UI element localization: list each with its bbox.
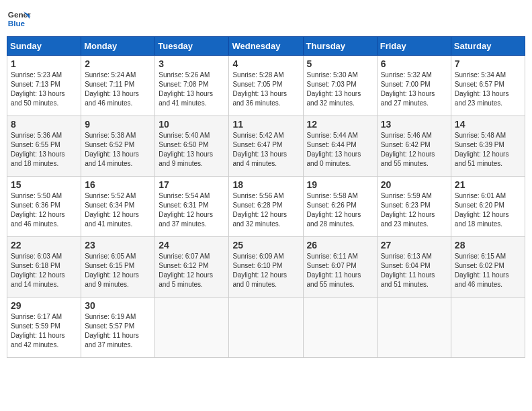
calendar-cell bbox=[155, 298, 229, 358]
calendar-cell: 30Sunrise: 6:19 AM Sunset: 5:57 PM Dayli… bbox=[81, 298, 155, 358]
calendar-cell bbox=[451, 298, 525, 358]
calendar-cell: 5Sunrise: 5:30 AM Sunset: 7:03 PM Daylig… bbox=[303, 56, 377, 116]
day-info: Sunrise: 5:52 AM Sunset: 6:34 PM Dayligh… bbox=[85, 191, 151, 229]
day-info: Sunrise: 6:19 AM Sunset: 5:57 PM Dayligh… bbox=[85, 312, 151, 350]
day-info: Sunrise: 6:11 AM Sunset: 6:07 PM Dayligh… bbox=[307, 252, 373, 289]
weekday-header-row: SundayMondayTuesdayWednesdayThursdayFrid… bbox=[7, 37, 525, 56]
day-info: Sunrise: 5:59 AM Sunset: 6:23 PM Dayligh… bbox=[381, 191, 447, 229]
calendar-cell: 4Sunrise: 5:28 AM Sunset: 7:05 PM Daylig… bbox=[229, 56, 303, 116]
calendar-cell: 17Sunrise: 5:54 AM Sunset: 6:31 PM Dayli… bbox=[155, 177, 229, 237]
day-number: 10 bbox=[159, 119, 225, 130]
day-info: Sunrise: 5:36 AM Sunset: 6:55 PM Dayligh… bbox=[11, 131, 77, 169]
calendar-cell: 2Sunrise: 5:24 AM Sunset: 7:11 PM Daylig… bbox=[81, 56, 155, 116]
day-number: 19 bbox=[307, 179, 373, 190]
day-number: 1 bbox=[11, 58, 77, 69]
svg-text:Blue: Blue bbox=[8, 19, 26, 28]
day-number: 29 bbox=[11, 300, 77, 311]
day-info: Sunrise: 5:23 AM Sunset: 7:13 PM Dayligh… bbox=[11, 71, 77, 108]
day-info: Sunrise: 5:48 AM Sunset: 6:39 PM Dayligh… bbox=[455, 131, 521, 169]
page-header: General Blue bbox=[7, 7, 525, 31]
weekday-header: Saturday bbox=[451, 37, 525, 56]
day-info: Sunrise: 5:56 AM Sunset: 6:28 PM Dayligh… bbox=[232, 191, 299, 229]
calendar-cell: 29Sunrise: 6:17 AM Sunset: 5:59 PM Dayli… bbox=[7, 298, 81, 358]
weekday-header: Wednesday bbox=[229, 37, 303, 56]
day-info: Sunrise: 5:32 AM Sunset: 7:00 PM Dayligh… bbox=[381, 71, 447, 108]
day-number: 25 bbox=[232, 240, 299, 250]
day-info: Sunrise: 6:17 AM Sunset: 5:59 PM Dayligh… bbox=[11, 312, 77, 350]
calendar-cell: 8Sunrise: 5:36 AM Sunset: 6:55 PM Daylig… bbox=[7, 116, 81, 177]
day-number: 7 bbox=[455, 58, 521, 69]
day-number: 22 bbox=[11, 240, 77, 250]
day-info: Sunrise: 6:01 AM Sunset: 6:20 PM Dayligh… bbox=[455, 191, 521, 229]
weekday-header: Thursday bbox=[303, 37, 377, 56]
calendar-cell: 14Sunrise: 5:48 AM Sunset: 6:39 PM Dayli… bbox=[451, 116, 525, 177]
day-number: 2 bbox=[85, 58, 151, 69]
day-number: 13 bbox=[381, 119, 447, 130]
calendar-cell: 18Sunrise: 5:56 AM Sunset: 6:28 PM Dayli… bbox=[229, 177, 303, 237]
day-info: Sunrise: 5:58 AM Sunset: 6:26 PM Dayligh… bbox=[307, 191, 373, 229]
calendar-cell: 9Sunrise: 5:38 AM Sunset: 6:52 PM Daylig… bbox=[81, 116, 155, 177]
day-number: 21 bbox=[455, 179, 521, 190]
weekday-header: Monday bbox=[81, 37, 155, 56]
day-number: 16 bbox=[85, 179, 151, 190]
day-number: 24 bbox=[159, 240, 225, 250]
calendar-cell: 24Sunrise: 6:07 AM Sunset: 6:12 PM Dayli… bbox=[155, 237, 229, 298]
calendar-week-row: 8Sunrise: 5:36 AM Sunset: 6:55 PM Daylig… bbox=[7, 116, 525, 177]
calendar-week-row: 15Sunrise: 5:50 AM Sunset: 6:36 PM Dayli… bbox=[7, 177, 525, 237]
calendar-cell: 19Sunrise: 5:58 AM Sunset: 6:26 PM Dayli… bbox=[303, 177, 377, 237]
day-number: 5 bbox=[307, 58, 373, 69]
calendar-cell: 20Sunrise: 5:59 AM Sunset: 6:23 PM Dayli… bbox=[377, 177, 451, 237]
day-number: 15 bbox=[11, 179, 77, 190]
day-info: Sunrise: 6:03 AM Sunset: 6:18 PM Dayligh… bbox=[11, 252, 77, 289]
day-number: 4 bbox=[232, 58, 299, 69]
calendar-cell bbox=[303, 298, 377, 358]
weekday-header: Tuesday bbox=[155, 37, 229, 56]
day-info: Sunrise: 5:24 AM Sunset: 7:11 PM Dayligh… bbox=[85, 71, 151, 108]
day-info: Sunrise: 6:07 AM Sunset: 6:12 PM Dayligh… bbox=[159, 252, 225, 289]
calendar-cell: 21Sunrise: 6:01 AM Sunset: 6:20 PM Dayli… bbox=[451, 177, 525, 237]
day-info: Sunrise: 5:38 AM Sunset: 6:52 PM Dayligh… bbox=[85, 131, 151, 169]
day-number: 23 bbox=[85, 240, 151, 250]
day-number: 8 bbox=[11, 119, 77, 130]
day-number: 27 bbox=[381, 240, 447, 250]
calendar-cell: 27Sunrise: 6:13 AM Sunset: 6:04 PM Dayli… bbox=[377, 237, 451, 298]
day-info: Sunrise: 5:40 AM Sunset: 6:50 PM Dayligh… bbox=[159, 131, 225, 169]
day-number: 6 bbox=[381, 58, 447, 69]
calendar-cell: 11Sunrise: 5:42 AM Sunset: 6:47 PM Dayli… bbox=[229, 116, 303, 177]
day-number: 14 bbox=[455, 119, 521, 130]
calendar-table: SundayMondayTuesdayWednesdayThursdayFrid… bbox=[7, 36, 525, 358]
day-info: Sunrise: 5:28 AM Sunset: 7:05 PM Dayligh… bbox=[232, 71, 299, 108]
day-info: Sunrise: 5:46 AM Sunset: 6:42 PM Dayligh… bbox=[381, 131, 447, 169]
calendar-cell bbox=[377, 298, 451, 358]
day-info: Sunrise: 5:42 AM Sunset: 6:47 PM Dayligh… bbox=[232, 131, 299, 169]
day-info: Sunrise: 5:34 AM Sunset: 6:57 PM Dayligh… bbox=[455, 71, 521, 108]
day-number: 18 bbox=[232, 179, 299, 190]
weekday-header: Friday bbox=[377, 37, 451, 56]
calendar-cell: 13Sunrise: 5:46 AM Sunset: 6:42 PM Dayli… bbox=[377, 116, 451, 177]
calendar-cell bbox=[229, 298, 303, 358]
logo: General Blue bbox=[7, 7, 31, 31]
day-info: Sunrise: 6:05 AM Sunset: 6:15 PM Dayligh… bbox=[85, 252, 151, 289]
calendar-cell: 1Sunrise: 5:23 AM Sunset: 7:13 PM Daylig… bbox=[7, 56, 81, 116]
logo-icon: General Blue bbox=[7, 7, 31, 31]
day-number: 3 bbox=[159, 58, 225, 69]
calendar-cell: 28Sunrise: 6:15 AM Sunset: 6:02 PM Dayli… bbox=[451, 237, 525, 298]
day-info: Sunrise: 6:09 AM Sunset: 6:10 PM Dayligh… bbox=[232, 252, 299, 289]
calendar-cell: 15Sunrise: 5:50 AM Sunset: 6:36 PM Dayli… bbox=[7, 177, 81, 237]
day-number: 9 bbox=[85, 119, 151, 130]
day-number: 17 bbox=[159, 179, 225, 190]
calendar-week-row: 29Sunrise: 6:17 AM Sunset: 5:59 PM Dayli… bbox=[7, 298, 525, 358]
day-info: Sunrise: 5:54 AM Sunset: 6:31 PM Dayligh… bbox=[159, 191, 225, 229]
calendar-week-row: 1Sunrise: 5:23 AM Sunset: 7:13 PM Daylig… bbox=[7, 56, 525, 116]
day-number: 11 bbox=[232, 119, 299, 130]
weekday-header: Sunday bbox=[7, 37, 81, 56]
calendar-cell: 7Sunrise: 5:34 AM Sunset: 6:57 PM Daylig… bbox=[451, 56, 525, 116]
day-number: 30 bbox=[85, 300, 151, 311]
calendar-cell: 16Sunrise: 5:52 AM Sunset: 6:34 PM Dayli… bbox=[81, 177, 155, 237]
calendar-cell: 3Sunrise: 5:26 AM Sunset: 7:08 PM Daylig… bbox=[155, 56, 229, 116]
calendar-cell: 12Sunrise: 5:44 AM Sunset: 6:44 PM Dayli… bbox=[303, 116, 377, 177]
day-number: 28 bbox=[455, 240, 521, 250]
day-number: 12 bbox=[307, 119, 373, 130]
calendar-cell: 25Sunrise: 6:09 AM Sunset: 6:10 PM Dayli… bbox=[229, 237, 303, 298]
calendar-cell: 26Sunrise: 6:11 AM Sunset: 6:07 PM Dayli… bbox=[303, 237, 377, 298]
